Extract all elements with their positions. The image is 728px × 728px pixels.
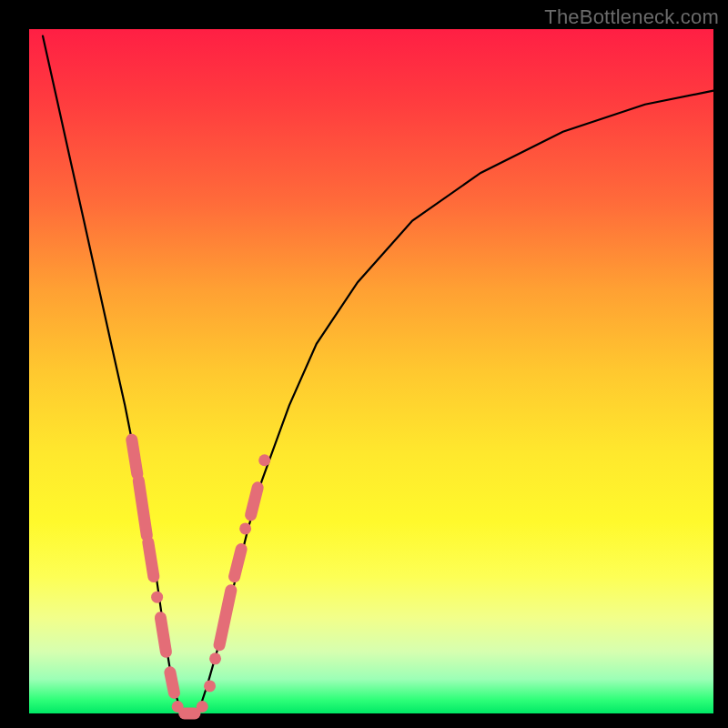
watermark-text: TheBottleneck.com	[544, 5, 719, 29]
marker-segment	[219, 591, 231, 645]
marker-segment	[132, 440, 137, 474]
chart-plot-area	[29, 29, 713, 713]
marker-dot	[172, 701, 184, 713]
marker-segments	[132, 440, 258, 713]
marker-segment	[160, 618, 166, 652]
marker-segment	[148, 542, 154, 577]
bottleneck-curve	[43, 36, 713, 714]
marker-segment	[138, 480, 147, 535]
marker-dot	[239, 522, 251, 534]
marker-dot	[258, 454, 270, 466]
marker-segment	[251, 488, 258, 515]
marker-dot	[197, 701, 208, 713]
chart-svg	[29, 29, 713, 713]
marker-dot	[209, 652, 221, 664]
marker-segment	[235, 550, 242, 577]
marker-dot	[204, 680, 216, 692]
marker-dot	[151, 592, 163, 603]
marker-segment	[170, 672, 175, 693]
